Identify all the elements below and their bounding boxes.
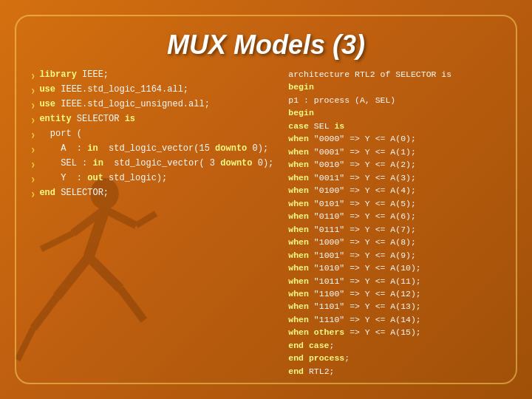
code-line: end RTL2;: [288, 365, 501, 378]
list-item: SEL : in std_logic_vector( 3 downto 0);: [31, 157, 273, 171]
code-line: when "1101" => Y <= A(13);: [288, 300, 501, 313]
code-line: when "0001" => Y <= A(1);: [288, 146, 501, 158]
code-line: entity SELECTOR is: [39, 112, 135, 126]
content-box: MUX Models (3) library IEEE; use IEEE.st…: [15, 15, 517, 384]
code-line: when "0000" => Y <= A(0);: [288, 132, 501, 145]
code-line: use IEEE.std_logic_1164.all;: [39, 83, 188, 97]
code-line: Y : out std_logic);: [39, 171, 167, 185]
main-container: MUX Models (3) library IEEE; use IEEE.st…: [0, 0, 532, 399]
code-line: architecture RTL2 of SELECTOR is: [288, 68, 501, 81]
code-line: when "1000" => Y <= A(8);: [288, 236, 501, 248]
left-panel: library IEEE; use IEEE.std_logic_1164.al…: [31, 68, 273, 378]
code-line: when "1110" => Y <= A(14);: [288, 313, 501, 326]
code-line: when "0010" => Y <= A(2);: [288, 158, 501, 171]
left-code-list: library IEEE; use IEEE.std_logic_1164.al…: [31, 68, 273, 200]
code-line: begin: [288, 106, 501, 119]
bullet-icon: [31, 86, 35, 98]
code-line: begin: [288, 81, 501, 93]
code-line: end case;: [288, 339, 501, 352]
list-item: end SELECTOR;: [31, 186, 273, 201]
bullet-icon: [31, 145, 35, 157]
list-item: library IEEE;: [31, 68, 273, 83]
code-line: when "0101" => Y <= A(5);: [288, 197, 501, 210]
bullet-icon: [31, 115, 35, 127]
list-item: use IEEE.std_logic_1164.all;: [31, 83, 273, 98]
list-item: use IEEE.std_logic_unsigned.all;: [31, 98, 273, 112]
bullet-icon: [31, 189, 35, 201]
page-title: MUX Models (3): [167, 30, 365, 60]
bullet-icon: [31, 100, 35, 112]
code-line: when "1100" => Y <= A(12);: [288, 287, 501, 300]
bullet-icon: [31, 174, 35, 186]
code-line: port (: [39, 127, 82, 141]
code-line: SEL : in std_logic_vector( 3 downto 0);: [39, 157, 273, 171]
list-item: A : in std_logic_vector(15 downto 0);: [31, 142, 273, 157]
code-line: A : in std_logic_vector(15 downto 0);: [39, 142, 268, 156]
list-item: entity SELECTOR is: [31, 112, 273, 127]
code-line: when "0011" => Y <= A(3);: [288, 171, 501, 184]
list-item: Y : out std_logic);: [31, 171, 273, 186]
code-line: use IEEE.std_logic_unsigned.all;: [39, 98, 209, 112]
code-line: when "0100" => Y <= A(4);: [288, 184, 501, 197]
bullet-icon: [31, 71, 35, 83]
code-line: when others => Y <= A(15);: [288, 326, 501, 338]
code-line: when "1011" => Y <= A(11);: [288, 275, 501, 287]
code-line: end process;: [288, 352, 501, 364]
code-area: library IEEE; use IEEE.std_logic_1164.al…: [16, 68, 516, 384]
code-line: when "0111" => Y <= A(7);: [288, 223, 501, 236]
code-line: when "0110" => Y <= A(6);: [288, 210, 501, 222]
right-panel: architecture RTL2 of SELECTOR is begin p…: [288, 68, 501, 378]
code-line: library IEEE;: [39, 68, 109, 82]
code-line: when "1010" => Y <= A(10);: [288, 262, 501, 274]
code-line: when "1001" => Y <= A(9);: [288, 249, 501, 262]
title-area: MUX Models (3): [16, 16, 516, 68]
list-item: port (: [31, 127, 273, 142]
bullet-icon: [31, 130, 35, 142]
right-code-block: architecture RTL2 of SELECTOR is begin p…: [288, 68, 501, 378]
code-line: case SEL is: [288, 120, 501, 132]
bullet-icon: [31, 160, 35, 171]
code-line: p1 : process (A, SEL): [288, 94, 501, 106]
code-line: end SELECTOR;: [39, 186, 109, 200]
